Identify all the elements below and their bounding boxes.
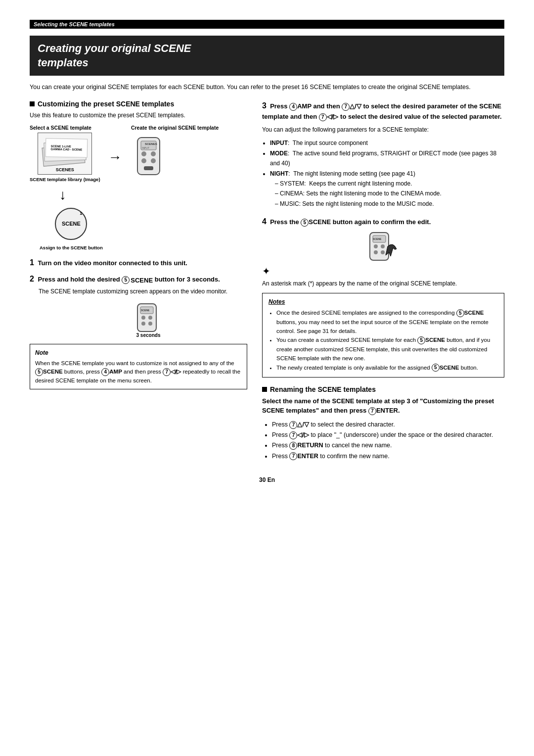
diagram-labels: Select a SCENE template Create the origi…: [30, 125, 219, 131]
night-cinema: CINEMA: Sets the night listening mode to…: [275, 189, 504, 198]
param-input: INPUT: The input source component: [270, 138, 504, 148]
btn-scene-text: SCENE: [62, 221, 81, 227]
tip-area: ✦ An asterisk mark (*) appears by the na…: [262, 265, 504, 288]
note1-circ4: 4: [101, 368, 109, 376]
assign-label: Assign to the SCENE button: [40, 245, 103, 250]
notes2-item1: Once the desired SCENE templates are ass…: [276, 308, 498, 335]
param-input-text: The input source component: [293, 140, 368, 146]
arrow-down-icon: ↓: [59, 187, 66, 203]
remote-svg: SCENES INPUT: [130, 135, 167, 180]
night-system: SYSTEM: Keeps the current night listenin…: [275, 179, 504, 189]
param-mode-label: MODE: [270, 150, 288, 157]
svg-point-13: [141, 322, 145, 326]
diagram-images: SCENE 1-LIVEGAMMA CAD - SCENE SCENE 1-LI…: [30, 133, 167, 182]
scene-card-3: SCENE 1-LIVEGAMMA CAD - SCENE: [45, 139, 88, 158]
renaming-bullet1: Press 7△/▽ to select the desired charact…: [272, 420, 504, 430]
main-content: Customizing the preset SCENE templates U…: [30, 100, 504, 462]
param-mode: MODE: The active sound field programs, S…: [270, 148, 504, 169]
s3-circ7a: 7: [342, 103, 350, 111]
svg-point-20: [374, 250, 378, 254]
rb-circ7c: 7: [289, 452, 297, 460]
param-list: INPUT: The input source component MODE: …: [262, 138, 504, 209]
svg-text:SCENE: SCENE: [141, 309, 150, 312]
s3-amp: AMP: [297, 102, 312, 110]
black-square-icon: [30, 101, 35, 106]
tip-text: An asterisk mark (*) appears by the name…: [262, 279, 504, 288]
n2-circ5b: 5: [417, 336, 425, 344]
svg-point-18: [374, 244, 378, 248]
three-sec-label: 3 seconds: [136, 332, 161, 338]
r-circ7: 7: [368, 407, 376, 415]
tip-mark: ✦: [262, 265, 504, 277]
note1-scene1: SCENE: [43, 369, 63, 375]
param-mode-text: The active sound field programs, STRAIGH…: [270, 150, 496, 167]
svg-rect-6: [144, 166, 153, 170]
btn-circle-num: 1: [80, 211, 82, 216]
night-sub-list: SYSTEM: Keeps the current night listenin…: [270, 179, 504, 209]
svg-point-21: [381, 250, 385, 254]
scene-button-icon: 1 SCENE: [55, 208, 87, 240]
intro-text: You can create your original SCENE templ…: [30, 83, 504, 92]
page-num: 30 En: [30, 476, 504, 483]
scene-confirm-area: SCENE: [262, 232, 504, 261]
arrow-right-icon: →: [108, 149, 122, 165]
renaming-bullet4: Press 7ENTER to confirm the new name.: [272, 451, 504, 462]
assign-area: 1 SCENE Assign to the SCENE button: [40, 205, 103, 250]
scene-library-label: SCENE template library (Image): [30, 177, 100, 182]
step1-num: 1: [30, 258, 34, 267]
notes2-title: Notes: [268, 298, 498, 305]
param-night-text: The night listening mode setting (see pa…: [293, 170, 415, 177]
svg-point-3: [151, 151, 156, 156]
n2-scene2: SCENE: [425, 337, 445, 343]
step1-text: Turn on the video monitor connected to t…: [38, 259, 187, 267]
note1-circ5: 5: [35, 368, 43, 376]
night-music: MUSIC: Sets the night listening mode to …: [275, 199, 504, 209]
night-music-text: MUSIC: Sets the night listening mode to …: [280, 200, 434, 207]
renaming-bullets: Press 7△/▽ to select the desired charact…: [262, 420, 504, 462]
section-title: Creating your original SCENE templates: [30, 36, 504, 76]
renaming-title-text: Renaming the SCENE templates: [270, 385, 376, 393]
s3-circ4: 4: [289, 103, 297, 111]
step3-num: 3: [262, 101, 267, 110]
rb-return: RETURN: [297, 442, 323, 449]
notes2-item2: You can create a customized SCENE templa…: [276, 335, 498, 363]
n2-scene3: SCENE: [440, 365, 459, 371]
s3-leftright: ◁/▷: [327, 113, 339, 120]
renaming-intro: Select the name of the SCENE template at…: [262, 396, 504, 416]
svg-point-19: [381, 244, 385, 248]
right-col: 3 Press 4AMP and then 7△/▽ to select the…: [262, 100, 504, 462]
scene-library: SCENE 1-LIVEGAMMA CAD - SCENE SCENE 1-LI…: [30, 133, 100, 182]
subsection1-title: Customizing the preset SCENE templates: [30, 100, 247, 108]
circle-5: 5: [122, 276, 130, 284]
diagram-label1: Select a SCENE template: [30, 125, 91, 131]
scene-card-stack: SCENE 1-LIVEGAMMA CAD - SCENE SCENE 1-LI…: [43, 137, 87, 167]
renaming-bullet2: Press 7◁/▷ to place "_" (underscore) und…: [272, 430, 504, 440]
svg-point-4: [141, 158, 146, 163]
section-title-line1: Creating your original SCENE: [38, 42, 191, 54]
subsection1-body: Use this feature to customize the preset…: [30, 111, 247, 120]
rb-enter: ENTER: [297, 453, 318, 460]
renaming-title: Renaming the SCENE templates: [262, 385, 504, 393]
svg-point-12: [148, 316, 152, 320]
svg-point-14: [148, 322, 152, 326]
n2-circ5a: 5: [456, 309, 464, 317]
note1-arrow: ◁/▷: [171, 369, 181, 375]
step2-scene-inline: 5SCENE: [122, 276, 153, 285]
svg-text:INPUT: INPUT: [142, 146, 149, 149]
note1-box: Note When the SCENE template you want to…: [30, 344, 247, 389]
note1-title: Note: [35, 348, 242, 357]
diagram-label2: Create the original SCENE template: [131, 125, 219, 131]
s3-circ7b: 7: [319, 113, 327, 121]
r-enter: ENTER: [376, 407, 398, 414]
renaming-black-square: [262, 387, 267, 392]
night-system-text: SYSTEM: Keeps the current night listenin…: [280, 180, 412, 187]
note1-circ7: 7: [163, 368, 171, 376]
param-intro: You can adjust the following parameters …: [262, 125, 504, 134]
svg-point-2: [141, 151, 146, 156]
top-bar: Selecting the SCENE templates: [30, 20, 504, 29]
s4-circ5: 5: [301, 219, 309, 227]
left-col: Customizing the preset SCENE templates U…: [30, 100, 247, 462]
param-input-label: INPUT: [270, 140, 288, 146]
s3-updown: △/▽: [350, 102, 361, 110]
night-cinema-text: CINEMA: Sets the night listening mode to…: [280, 190, 442, 197]
